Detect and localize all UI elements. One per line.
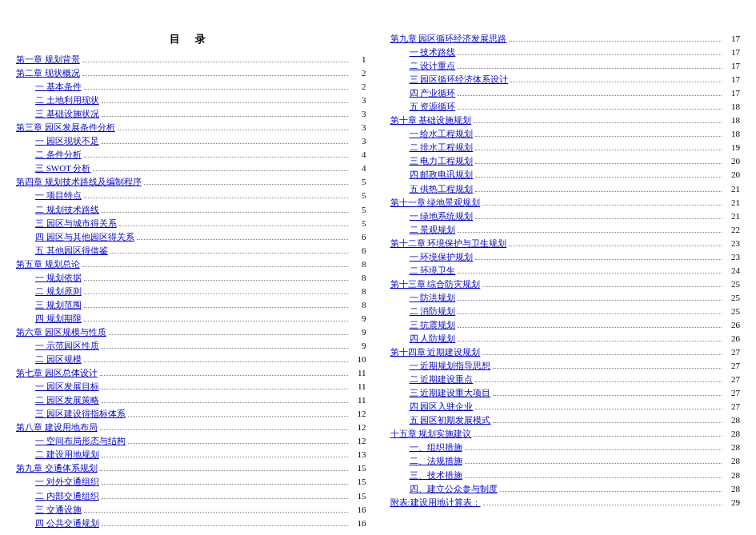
toc-entry-sub: 一、组织措施28 [390, 441, 741, 454]
toc-page-number: 26 [724, 318, 740, 332]
toc-link[interactable]: 五 园区初期发展模式 [410, 413, 491, 427]
toc-link[interactable]: 三 园区与城市得关系 [35, 217, 117, 230]
toc-link[interactable]: 三 抗震规划 [410, 318, 456, 332]
toc-leader-dots [465, 463, 722, 464]
toc-link[interactable]: 一 项目特点 [35, 189, 82, 202]
toc-link[interactable]: 第十二章 环境保护与卫生规划 [390, 237, 507, 250]
toc-link[interactable]: 一 园区现状不足 [35, 134, 99, 148]
toc-link[interactable]: 十五章 规划实施建议 [390, 427, 472, 441]
toc-link[interactable]: 三 交通设施 [35, 503, 82, 517]
toc-link[interactable]: 三 园区建设得指标体系 [35, 407, 126, 421]
toc-entry-chapter: 第五章 规划总论8 [16, 258, 366, 271]
toc-entry-chapter: 第八章 建设用地布局12 [16, 421, 366, 434]
toc-link[interactable]: 第十四章 近期建设规划 [390, 345, 481, 359]
toc-link[interactable]: 第三章 园区发展条件分析 [16, 121, 115, 134]
toc-link[interactable]: 二 景观规划 [410, 223, 456, 237]
toc-link[interactable]: 第九章 交通体系规划 [16, 461, 98, 475]
toc-link[interactable]: 四 产业循环 [410, 86, 456, 100]
toc-link[interactable]: 三 规划范围 [35, 298, 82, 312]
toc-link[interactable]: 第一章 规划背景 [16, 53, 80, 66]
toc-link[interactable]: 第八章 建设用地布局 [16, 421, 98, 434]
toc-entry-sub: 三 近期建设重大项目27 [390, 386, 741, 400]
toc-link[interactable]: 三、技术措施 [410, 469, 462, 482]
toc-link[interactable]: 四 公共交通规划 [35, 517, 99, 530]
toc-link[interactable]: 一 绿地系统规划 [410, 210, 474, 223]
toc-link[interactable]: 一 基本条件 [35, 80, 82, 94]
toc-page-number: 3 [350, 134, 366, 148]
toc-link[interactable]: 五 供热工程规划 [410, 182, 474, 196]
toc-link[interactable]: 四、建立公众参与制度 [410, 482, 498, 496]
toc-link[interactable]: 第十三章 综合防灾规划 [390, 277, 481, 291]
toc-link[interactable]: 二 园区发展策略 [35, 393, 99, 407]
toc-link[interactable]: 二 内部交通组织 [35, 489, 99, 503]
toc-link[interactable]: 第十一章 绿地景观规划 [390, 196, 481, 210]
toc-link[interactable]: 四 人防规划 [410, 332, 456, 345]
toc-link[interactable]: 二 土地利用现状 [35, 94, 99, 107]
toc-leader-dots [84, 321, 348, 321]
toc-link[interactable]: 二 近期建设重点 [410, 373, 474, 386]
toc-link[interactable]: 第十章 基础设施规划 [390, 114, 472, 127]
toc-leader-dots [458, 273, 722, 273]
toc-link[interactable]: 二、法规措施 [410, 454, 462, 468]
toc-link[interactable]: 一 对外交通组织 [35, 475, 99, 489]
toc-link[interactable]: 四 邮政电讯规划 [410, 168, 474, 182]
toc-link[interactable]: 第六章 园区规模与性质 [16, 325, 106, 339]
toc-link[interactable]: 附表:建设用地计算表： [390, 496, 481, 509]
toc-page-number: 17 [724, 73, 740, 86]
toc-entry-sub: 一 项目特点5 [16, 189, 366, 202]
toc-link[interactable]: 五 资源循环 [410, 100, 456, 114]
toc-link[interactable]: 第九章 园区循环经济发展思路 [390, 32, 507, 46]
toc-link[interactable]: 四 园区与其他园区得关系 [35, 230, 134, 244]
toc-link[interactable]: 三 基础设施状况 [35, 107, 99, 121]
toc-page-number: 28 [724, 454, 740, 468]
toc-link[interactable]: 三 园区循环经济体系设计 [410, 73, 509, 86]
toc-page-number: 18 [724, 114, 740, 127]
toc-link[interactable]: 一 技术路线 [410, 46, 456, 59]
toc-page-number: 18 [724, 100, 740, 114]
toc-link[interactable]: 第四章 规划技术路线及编制程序 [16, 175, 142, 189]
toc-link[interactable]: 一 示范园区性质 [35, 339, 99, 353]
toc-entry-chapter: 第十四章 近期建设规划27 [390, 345, 741, 359]
toc-entry-sub: 三 抗震规划26 [390, 318, 741, 332]
toc-link[interactable]: 五 其他园区得借鉴 [35, 244, 108, 258]
toc-page-number: 15 [350, 489, 366, 503]
toc-link[interactable]: 二 条件分析 [35, 148, 82, 162]
toc-link[interactable]: 一、组织措施 [410, 441, 462, 454]
toc-link[interactable]: 二 环境卫生 [410, 264, 456, 277]
toc-entry-sub: 二 消防规划25 [390, 305, 741, 318]
toc-page-number: 17 [724, 32, 740, 46]
toc-link[interactable]: 三 电力工程规划 [410, 154, 474, 168]
toc-link[interactable]: 二 规划技术路线 [35, 203, 99, 217]
toc-entry-sub: 二 设计重点17 [390, 59, 741, 73]
toc-link[interactable]: 三 SWOT 分析 [35, 162, 90, 175]
toc-entry-chapter: 第七章 园区总体设计11 [16, 366, 366, 380]
toc-leader-dots [102, 498, 348, 499]
toc-link[interactable]: 一 空间布局形态与结构 [35, 434, 126, 448]
toc-link[interactable]: 二 园区规模 [35, 353, 82, 366]
toc-link[interactable]: 一 给水工程规划 [410, 127, 474, 141]
toc-link[interactable]: 一 近期规划指导思想 [410, 359, 491, 373]
toc-column-right: 第九章 园区循环经济发展思路17一 技术路线17二 设计重点17三 园区循环经济… [390, 32, 741, 519]
toc-leader-dots [475, 191, 722, 192]
toc-link[interactable]: 第七章 园区总体设计 [16, 366, 98, 380]
toc-link[interactable]: 第二章 现状概况 [16, 66, 80, 80]
toc-leader-dots [102, 116, 348, 117]
toc-link[interactable]: 一 园区发展目标 [35, 380, 99, 393]
toc-link[interactable]: 二 建设用地规划 [35, 448, 99, 461]
toc-link[interactable]: 四 园区入驻企业 [410, 400, 474, 413]
toc-entry-sub: 三 园区与城市得关系5 [16, 217, 366, 230]
toc-entry-sub: 三 基础设施状况3 [16, 107, 366, 121]
toc-leader-dots [458, 109, 722, 110]
toc-link[interactable]: 四 规划期限 [35, 312, 82, 325]
toc-link[interactable]: 二 设计重点 [410, 59, 456, 73]
toc-link[interactable]: 二 排水工程规划 [410, 141, 474, 154]
toc-link[interactable]: 一 规划依据 [35, 271, 82, 285]
toc-leader-dots [102, 212, 348, 213]
toc-link[interactable]: 三 近期建设重大项目 [410, 386, 491, 400]
toc-link[interactable]: 一 环境保护规划 [410, 250, 474, 264]
toc-link[interactable]: 第五章 规划总论 [16, 258, 80, 271]
toc-entry-sub: 三 园区循环经济体系设计17 [390, 73, 741, 86]
toc-link[interactable]: 二 规划原则 [35, 285, 82, 298]
toc-link[interactable]: 一 防洪规划 [410, 291, 456, 305]
toc-link[interactable]: 二 消防规划 [410, 305, 456, 318]
